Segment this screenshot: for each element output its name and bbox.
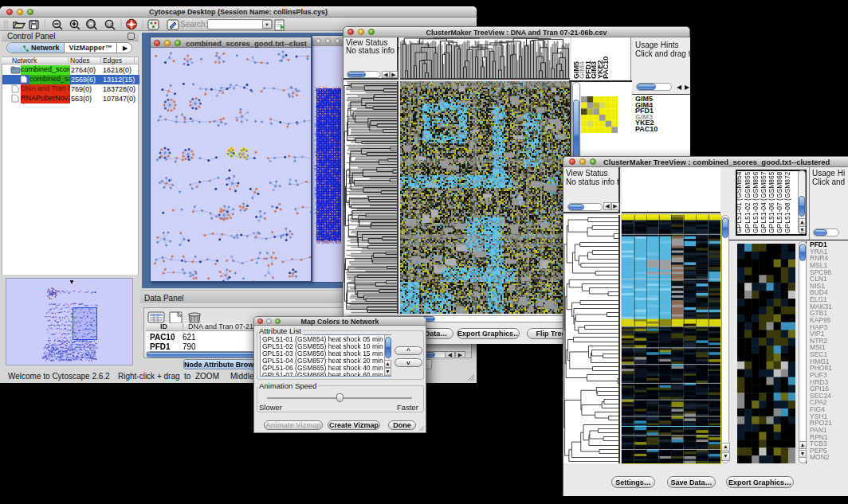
svg-text:1:1: 1:1 [107, 23, 112, 27]
